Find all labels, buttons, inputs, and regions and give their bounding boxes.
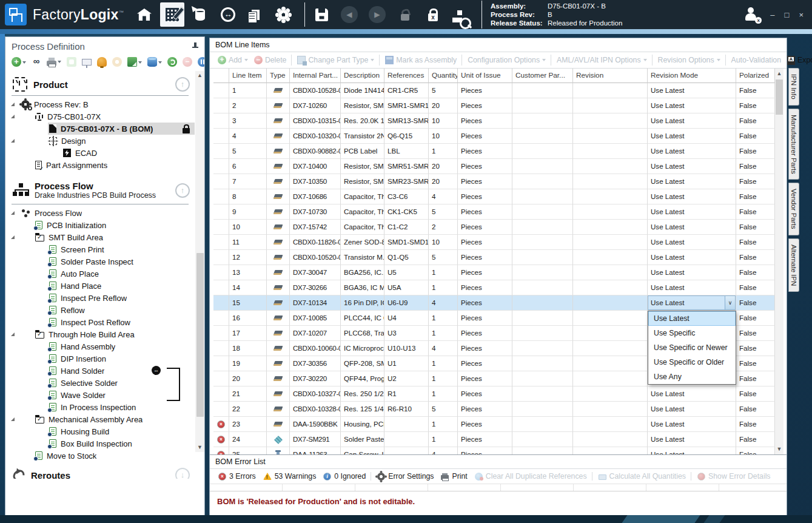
tree-item[interactable]: Mechanical Assembly Area (5, 413, 195, 425)
side-tab[interactable]: IPN Info (788, 68, 799, 106)
cell-revision-mode[interactable]: Use Latest (648, 189, 736, 204)
table-scrollbar[interactable]: ▲ ▼ (775, 69, 783, 454)
cell-revision-mode[interactable]: Use Latest ∨ (648, 295, 736, 311)
table-row[interactable]: 13 DX7-30047 BGA256, IC... U5 1 Pieces (213, 265, 775, 280)
table-row[interactable]: 1 CBDX0-10528-0 Diode 1N414... CR1-CR5 5… (213, 83, 775, 98)
database-icon[interactable] (147, 57, 162, 67)
tree-item[interactable]: DIP Insertion (5, 353, 195, 365)
cell-revision-mode[interactable]: Use Latest (648, 113, 736, 129)
dropdown-option[interactable]: Use Specific or Older (648, 355, 736, 369)
column-header[interactable]: Description (341, 69, 384, 83)
reroutes-section-header[interactable]: Reroutes ↓ (5, 462, 195, 479)
tree-item[interactable]: Box Build Inspection (5, 437, 195, 450)
tree-item[interactable]: Process Flow (5, 207, 195, 219)
tree-item[interactable]: Reflow (5, 304, 195, 316)
error-toolbar-button[interactable]: 0 Ignored (320, 472, 369, 481)
table-row[interactable]: 24 DX7-SM291 Solder Paste,... 1 Pieces (213, 432, 775, 447)
table-row[interactable]: 7 DX7-10350 Resistor, SMT... SMR23-SMR42… (213, 174, 775, 189)
cell-revision-mode[interactable]: Use Latest (648, 250, 736, 265)
user-logout-icon[interactable]: x (743, 7, 759, 22)
table-row[interactable]: 8 DX7-10686 Capacitor, Th... C3-C6 4 Pie… (213, 189, 775, 204)
table-row[interactable]: 12 CBDX0-10520-0 Transistor M... Q1-Q5 5… (213, 250, 775, 265)
unlock-icon[interactable] (393, 2, 417, 27)
error-toolbar-button[interactable]: Error Settings (371, 472, 437, 481)
cell-revision-mode[interactable]: Use Latest (648, 174, 736, 189)
dropdown-option[interactable]: Use Specific (648, 326, 736, 340)
toolbar-button[interactable]: Change Part Type (291, 55, 377, 66)
cell-revision-mode[interactable]: Use Latest (648, 417, 736, 432)
minimize-button[interactable]: – (770, 10, 774, 19)
cell-revision-mode[interactable]: Use Latest (648, 432, 736, 447)
error-toolbar-button[interactable]: Clear All Duplicate References (471, 472, 591, 481)
cell-revision-mode[interactable]: Use Latest (648, 402, 736, 417)
error-toolbar-button[interactable]: Print (437, 472, 471, 481)
collapse-up-button[interactable]: ↑ (175, 183, 190, 198)
gear-icon[interactable] (112, 57, 122, 67)
print-icon[interactable] (47, 58, 61, 66)
side-tab[interactable]: Vendor Parts (788, 183, 799, 235)
pin-icon[interactable] (191, 42, 200, 50)
cell-revision-mode[interactable]: Use Latest (648, 265, 736, 280)
column-header[interactable]: Unit of Issue (458, 69, 512, 83)
close-button[interactable]: × (799, 10, 804, 19)
tree-item[interactable]: D75-CB01-07X - B (BOM) (5, 123, 195, 135)
scrollbar-thumb[interactable] (196, 253, 204, 417)
error-toolbar-button[interactable]: 3 Errors (215, 472, 260, 481)
toolbar-button[interactable]: Auto-Validation (725, 55, 785, 66)
collapse-up-button[interactable]: ↑ (175, 77, 190, 92)
tree-item[interactable]: Solder Paste Inspect (5, 255, 195, 268)
tree-item[interactable]: Housing Build (5, 425, 195, 437)
error-toolbar-button[interactable]: 53 Warnings (260, 472, 320, 481)
cell-revision-mode[interactable]: Use Latest (648, 386, 736, 402)
scrollbar-thumb[interactable] (776, 79, 783, 115)
material-handling-icon[interactable] (188, 2, 212, 27)
tree-item[interactable]: Hand Place (5, 280, 195, 292)
cell-revision-mode[interactable]: Use Latest (648, 83, 736, 98)
find-icon[interactable] (32, 57, 41, 67)
table-row[interactable]: 15 DX7-10134 16 Pin DIP, IC... U6-U9 4 P… (213, 295, 775, 311)
table-row[interactable]: 3 CBDX0-10315-0 Res. 20.0K 1/... SMR13-S… (213, 113, 775, 129)
tree-item[interactable]: SMT Build Area (5, 231, 195, 243)
cell-revision-mode[interactable]: Use Latest (648, 98, 736, 113)
share-icon[interactable] (127, 57, 142, 67)
cell-revision-mode[interactable]: Use Latest (648, 129, 736, 144)
tree-item[interactable]: Auto Place (5, 268, 195, 280)
side-tab[interactable]: Manufacturer Parts (788, 109, 799, 180)
table-row[interactable]: 21 CBDX0-10327-0 Res. 250 1/2... R1 1 Pi… (213, 386, 775, 402)
toolbar-button[interactable]: Configuration Options (461, 55, 549, 66)
tree-item[interactable]: Hand Assembly (5, 340, 195, 353)
toolbar-button[interactable]: Revision Options (652, 55, 723, 66)
table-row[interactable]: 10 DX7-15742 Capacitor, Th... C1-C2 2 Pi… (213, 220, 775, 235)
pause-icon[interactable] (198, 57, 205, 67)
column-header[interactable]: Line Item (229, 69, 267, 83)
toolbar-button[interactable]: Mark as Assembly (379, 55, 460, 66)
cell-revision-mode[interactable]: Use Latest (648, 220, 736, 235)
table-row[interactable]: 22 CBDX0-10328-0 Res. 125 1/4... R6-R10 … (213, 402, 775, 417)
home-icon[interactable] (132, 2, 156, 27)
tree-item[interactable]: In Process Inspection (5, 401, 195, 413)
table-row[interactable]: 4 CBDX0-10320-0 Transistor 2N... Q6-Q15 … (213, 129, 775, 144)
tree-item[interactable]: Design (5, 135, 195, 147)
board-icon[interactable] (82, 59, 92, 66)
remove-icon[interactable] (183, 57, 192, 67)
tree-item[interactable]: Move to Stock (5, 450, 195, 462)
cell-revision-mode[interactable]: Use Latest (648, 144, 736, 159)
scroll-up-icon[interactable]: ▲ (775, 69, 783, 78)
toolbar-button[interactable]: Export (784, 55, 812, 66)
flow-tools-icon[interactable] (67, 57, 76, 67)
table-row[interactable]: 14 DX7-30266 BGA36, IC Mi... U5A 1 Piece… (213, 280, 775, 295)
table-row[interactable]: 6 DX7-10400 Resistor, SMT... SMR51-SMR70… (213, 159, 775, 174)
toolbar-button[interactable]: Delete (251, 55, 290, 66)
cell-revision-mode[interactable]: Use Latest (648, 204, 736, 220)
scroll-down-icon[interactable]: ▼ (775, 445, 783, 454)
dropdown-option[interactable]: Use Any (648, 369, 736, 384)
back-icon[interactable]: ◀ (337, 2, 361, 27)
tree-item[interactable]: ECAD (5, 147, 195, 159)
tree-item[interactable]: D75-CB01-07X (5, 110, 195, 123)
bell-icon[interactable] (97, 57, 107, 67)
settings-gear-icon[interactable] (272, 2, 296, 27)
column-header[interactable]: Type (267, 69, 290, 83)
column-header[interactable]: Quantity (429, 69, 458, 83)
scroll-down-icon[interactable]: ▼ (195, 443, 204, 452)
cell-revision-mode[interactable]: Use Latest (648, 447, 736, 455)
